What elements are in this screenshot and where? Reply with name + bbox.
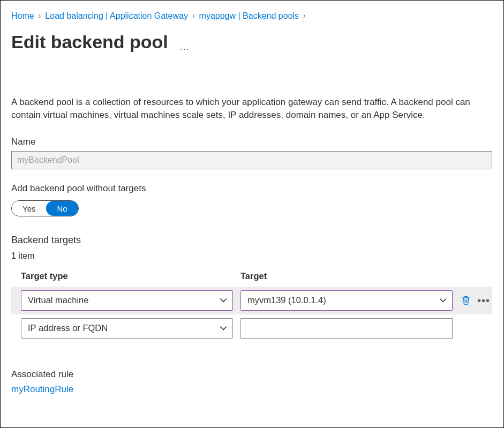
column-target-type: Target type — [21, 270, 240, 282]
associated-rule-link[interactable]: myRoutingRule — [11, 383, 73, 396]
chevron-down-icon — [220, 325, 227, 332]
chevron-down-icon — [220, 297, 227, 304]
more-icon[interactable]: ··· — [180, 44, 190, 54]
targets-table: Target type Target Virtual machine myvm1… — [11, 270, 492, 342]
breadcrumb-home[interactable]: Home — [11, 10, 34, 22]
without-targets-label: Add backend pool without targets — [11, 182, 494, 195]
column-target: Target — [240, 270, 492, 282]
page-title: Edit backend pool — [11, 29, 168, 55]
target-type-value: Virtual machine — [28, 294, 88, 306]
backend-targets-count: 1 item — [11, 250, 494, 262]
target-type-select[interactable]: Virtual machine — [21, 290, 233, 311]
target-type-select[interactable]: IP address or FQDN — [21, 318, 233, 339]
title-row: Edit backend pool ··· — [11, 26, 494, 71]
table-row: Virtual machine myvm139 (10.0.1.4) ••• — [11, 287, 492, 314]
target-value: myvm139 (10.0.1.4) — [247, 294, 326, 306]
row-actions: ••• — [460, 295, 490, 306]
chevron-right-icon: › — [192, 11, 195, 21]
targets-table-header: Target type Target — [11, 270, 492, 287]
target-type-value: IP address or FQDN — [28, 322, 108, 334]
target-select[interactable]: myvm139 (10.0.1.4) — [240, 290, 453, 311]
toggle-yes[interactable]: Yes — [12, 201, 46, 216]
chevron-right-icon: › — [303, 11, 306, 21]
chevron-right-icon: › — [39, 11, 41, 21]
table-row: IP address or FQDN — [11, 314, 492, 342]
breadcrumb: Home › Load balancing | Application Gate… — [11, 10, 494, 22]
breadcrumb-load-balancing[interactable]: Load balancing | Application Gateway — [45, 10, 188, 22]
name-input — [11, 151, 492, 169]
without-targets-toggle[interactable]: Yes No — [11, 200, 79, 216]
toggle-no[interactable]: No — [46, 201, 78, 216]
delete-button[interactable] — [460, 295, 472, 306]
associated-rule-label: Associated rule — [11, 368, 494, 381]
backend-targets-header: Backend targets — [11, 234, 494, 247]
row-more-button[interactable]: ••• — [477, 298, 490, 303]
chevron-down-icon — [439, 297, 447, 304]
target-input[interactable] — [240, 318, 453, 339]
name-label: Name — [11, 136, 494, 148]
page-description: A backend pool is a collection of resour… — [11, 96, 493, 122]
breadcrumb-backend-pools[interactable]: myappgw | Backend pools — [199, 10, 299, 22]
trash-icon — [461, 296, 471, 305]
